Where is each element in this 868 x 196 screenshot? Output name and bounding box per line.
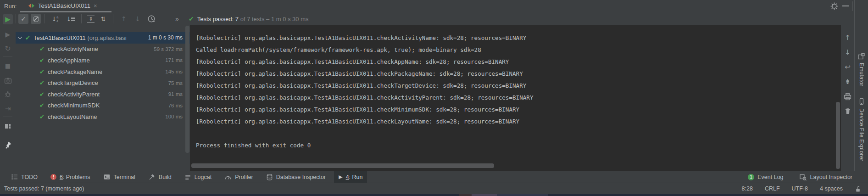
terminal-icon — [103, 174, 111, 180]
pin-tab-icon[interactable] — [3, 140, 13, 150]
close-tab-icon[interactable]: × — [94, 2, 97, 9]
console-line: [Robolectric] org.aplas.basicappx.TestA1… — [196, 68, 841, 80]
tab-title: TestA1BasicUIX011 — [38, 2, 90, 9]
run-config-tab[interactable]: TestA1BasicUIX011 × — [25, 0, 100, 11]
rerun-button[interactable]: ▶ — [3, 14, 13, 24]
tree-row-root[interactable]: ✔ TestA1BasicUIX011 (org.aplas.basi 1 m … — [16, 32, 190, 44]
sort-alphabetically-button[interactable]: ↓ az — [49, 14, 61, 24]
console-horizontal-scrollbar[interactable] — [191, 163, 494, 168]
console-vertical-scrollbar[interactable] — [836, 102, 840, 169]
show-ignored-toggle[interactable] — [31, 14, 41, 24]
test-tree[interactable]: ✔ TestA1BasicUIX011 (org.aplas.basi 1 m … — [16, 25, 190, 171]
toolbar-separator — [113, 14, 113, 23]
show-passed-toggle[interactable]: ✓ — [18, 14, 28, 24]
rerun-failed-tests-icon[interactable]: ▶ — [3, 29, 13, 39]
toolwindow-build[interactable]: Build — [144, 171, 176, 183]
status-bar: Tests passed: 7 (moments ago) 8:28 CRLF … — [0, 183, 868, 194]
collapse-all-button[interactable]: ⇅ — [98, 14, 108, 24]
test-passed-icon: ✔ — [39, 113, 45, 120]
test-name: checkTargetDevice — [48, 79, 98, 86]
summary-passed-text: Tests passed: 7 — [197, 16, 239, 22]
console-line: [Robolectric] org.aplas.basicappx.TestA1… — [196, 56, 841, 68]
test-name: checkAppName — [48, 57, 90, 64]
console-line — [196, 128, 841, 140]
test-results-toolbar: ✓ ↓ az ↓ ⇕ ⇅ ↑ ↓ — [16, 12, 854, 25]
unlocked-padlock-icon[interactable] — [855, 185, 862, 192]
logcat-lines-icon — [184, 174, 191, 180]
device-file-explorer-tool-button[interactable]: Device File Explorer — [855, 98, 868, 161]
tree-scrollbar[interactable] — [185, 26, 189, 153]
auto-test-refresh-icon[interactable]: ↻ — [3, 43, 13, 53]
stop-process-icon[interactable]: ■ — [3, 61, 13, 71]
event-log-count-badge: 1 — [748, 174, 754, 180]
tree-row-test[interactable]: ✔ checkAppName 171 ms — [16, 55, 190, 66]
hide-tool-window-icon[interactable] — [842, 6, 849, 6]
toolbar-separator — [3, 56, 12, 56]
next-failed-test-button[interactable]: ↓ — [133, 14, 143, 24]
toolbar-separator — [81, 14, 82, 23]
bottom-edge-strip — [0, 194, 868, 196]
problems-error-icon: ! — [50, 174, 56, 180]
device-file-explorer-label: Device File Explorer — [858, 108, 865, 161]
right-dock-toolbar: Emulator Device File Explorer — [854, 0, 868, 171]
console-line: [Robolectric] org.aplas.basicappx.TestA1… — [196, 116, 841, 128]
tree-row-test[interactable]: ✔ checkTargetDevice 75 ms — [16, 77, 190, 89]
run-tool-window: Run: TestA1BasicUIX011 × ▶ — [0, 0, 868, 196]
clear-console-trash-icon[interactable] — [843, 106, 852, 116]
tree-row-test[interactable]: ✔ checkActivityName 59 s 372 ms — [16, 44, 190, 55]
import-test-results-icon[interactable]: ⇥ — [3, 104, 13, 114]
test-passed-icon: ✔ — [39, 79, 45, 86]
scroll-down-icon[interactable]: ↓ — [843, 48, 852, 57]
toolwindow-database-inspector[interactable]: Database Inspector — [262, 171, 330, 183]
sort-by-duration-button[interactable]: ↓ — [64, 14, 77, 24]
toolbar-separator — [16, 14, 16, 23]
expand-all-button[interactable]: ⇕ — [86, 14, 96, 24]
scroll-to-end-icon[interactable]: ⇟ — [843, 77, 852, 86]
test-summary: ✔ Tests passed: 7 of 7 tests – 1 m 0 s 3… — [189, 15, 309, 22]
toggle-layout-icon[interactable] — [3, 121, 13, 131]
toolwindow-todo[interactable]: TODO — [6, 171, 42, 183]
console-line: [Robolectric] org.aplas.basicappx.TestA1… — [196, 104, 841, 116]
tree-row-test[interactable]: ✔ checkPackageName 145 ms — [16, 66, 190, 78]
toolwindow-profiler[interactable]: Profiler — [220, 171, 258, 183]
run-window-label: Run: — [4, 3, 17, 10]
build-hammer-icon — [148, 174, 156, 180]
caret-position[interactable]: 8:28 — [742, 185, 753, 192]
suite-duration: 1 m 0 s 30 ms — [148, 34, 190, 41]
toolbar-separator — [45, 14, 45, 23]
toolwindow-run[interactable]: ▶ 4: Run — [334, 171, 367, 183]
tree-row-test[interactable]: ✔ checkMinimumSDK 76 ms — [16, 100, 190, 112]
toolwindow-problems[interactable]: ! 6: Problems — [46, 171, 95, 183]
tree-row-test[interactable]: ✔ checkActivityParent 91 ms — [16, 89, 190, 100]
toolwindow-logcat[interactable]: Logcat — [180, 171, 217, 183]
test-history-clock-icon[interactable] — [146, 14, 156, 24]
attach-debugger-bug-icon[interactable] — [3, 89, 13, 99]
previous-failed-test-button[interactable]: ↑ — [119, 14, 129, 24]
indent-selector[interactable]: 4 spaces — [820, 185, 843, 192]
toolbar-separator — [3, 117, 12, 117]
run-console-output[interactable]: [Robolectric] org.aplas.basicappx.TestA1… — [190, 25, 841, 171]
status-message: Tests passed: 7 (moments ago) — [4, 185, 84, 192]
tree-row-test[interactable]: ✔ checkLayoutName 100 ms — [16, 111, 190, 123]
settings-gear-icon[interactable] — [830, 2, 838, 10]
toolbar-overflow-chevron[interactable]: » — [172, 14, 182, 24]
chevron-down-icon[interactable] — [18, 35, 22, 39]
encoding-selector[interactable]: UTF-8 — [792, 185, 808, 192]
soft-wrap-icon[interactable]: ↩ — [843, 62, 852, 72]
toolwindow-event-log[interactable]: 1 Event Log — [743, 171, 788, 183]
toolwindow-layout-inspector[interactable]: Layout Inspector — [795, 171, 857, 183]
scroll-up-icon[interactable]: ↑ — [843, 33, 852, 42]
test-name: checkActivityName — [48, 45, 98, 52]
test-passed-icon: ✔ — [25, 34, 30, 41]
screenshot-camera-icon[interactable] — [3, 75, 13, 85]
layout-inspector-icon — [799, 174, 807, 181]
device-phone-icon — [858, 98, 865, 106]
line-ending-selector[interactable]: CRLF — [765, 185, 780, 192]
console-line: Called loadFromPath(/system/framework/fr… — [196, 44, 841, 56]
toolwindow-terminal[interactable]: Terminal — [99, 171, 140, 183]
test-duration: 59 s 372 ms — [154, 46, 190, 52]
print-icon[interactable] — [843, 92, 852, 101]
emulator-tool-button[interactable]: Emulator — [855, 53, 868, 86]
test-name: checkMinimumSDK — [48, 102, 100, 109]
run-play-icon: ▶ — [339, 174, 342, 180]
